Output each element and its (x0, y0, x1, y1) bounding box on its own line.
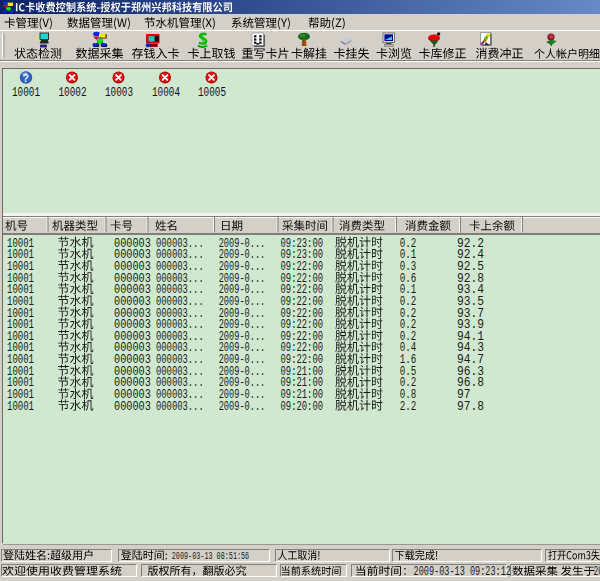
svg-text:2009-03-13 08:51:56: 2009-03-13 08:51:56 (172, 550, 249, 562)
svg-text:10001: 10001 (7, 400, 34, 414)
svg-text:2009-03-13 09:23:12: 2009-03-13 09:23:12 (414, 565, 511, 579)
svg-text:10003: 10003 (105, 86, 133, 100)
svg-text:2009-: 2009- (594, 565, 600, 579)
svg-text:2.2: 2.2 (400, 400, 417, 414)
svg-text:2009-0...: 2009-0... (219, 400, 266, 414)
svg-text:10005: 10005 (198, 86, 226, 100)
svg-text:10001: 10001 (12, 86, 40, 100)
svg-text:000003: 000003 (114, 400, 151, 414)
svg-text:09:20:00: 09:20:00 (281, 400, 324, 414)
svg-text:97.8: 97.8 (457, 400, 484, 414)
svg-text:10004: 10004 (152, 86, 180, 100)
svg-text:10002: 10002 (59, 86, 87, 100)
svg-text:000003...: 000003... (156, 400, 204, 414)
